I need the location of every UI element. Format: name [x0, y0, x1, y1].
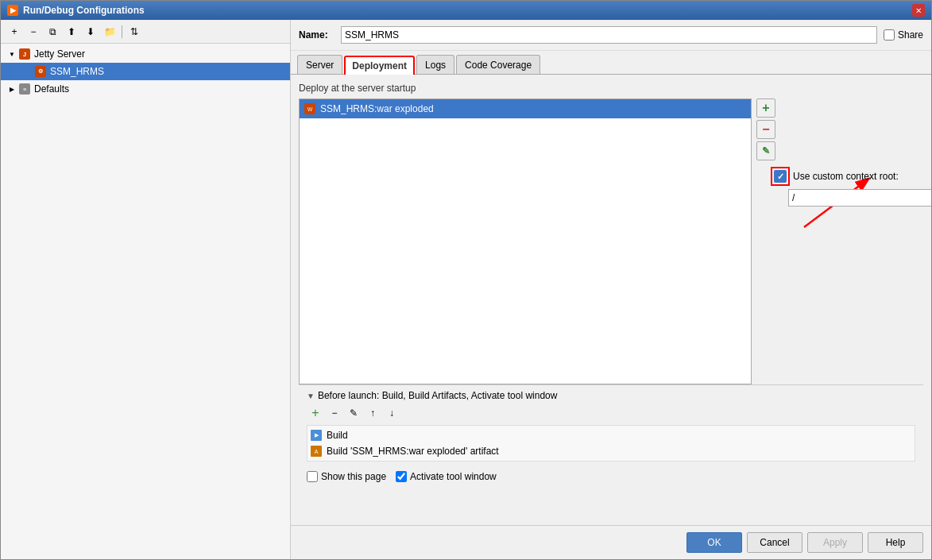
move-up-config-button[interactable]: ⬆ — [63, 23, 80, 41]
help-button[interactable]: Help — [868, 532, 923, 553]
window-title: Run/Debug Configurations — [23, 5, 907, 16]
activate-text: Activate tool window — [410, 471, 497, 482]
deployment-tab-content: Deploy at the server startup W SSM_HRMS:… — [291, 75, 931, 525]
window-icon: ▶ — [7, 5, 18, 16]
defaults-icon: ≡ — [18, 83, 31, 95]
activate-tool-window-checkbox[interactable] — [396, 471, 407, 482]
left-panel: + − ⧉ ⬆ ⬇ 📁 ⇅ ▼ J Jetty Server — [1, 20, 291, 559]
main-content: + − ⧉ ⬆ ⬇ 📁 ⇅ ▼ J Jetty Server — [1, 20, 931, 559]
jetty-icon: J — [18, 48, 31, 60]
deploy-area: W SSM_HRMS:war exploded + − ✎ — [299, 98, 923, 384]
artifact-build-icon: A — [311, 446, 322, 457]
move-down-config-button[interactable]: ⬇ — [82, 23, 99, 41]
artifact-build-label: Build 'SSM_HRMS:war exploded' artifact — [327, 446, 499, 457]
name-input[interactable] — [341, 26, 877, 44]
deploy-label: Deploy at the server startup — [299, 83, 923, 94]
config-icon: ⚙ — [34, 65, 47, 78]
activate-tool-window-label: Activate tool window — [396, 471, 497, 482]
right-panel: Name: Share Server Deployment Logs — [291, 20, 931, 559]
tab-server[interactable]: Server — [297, 55, 342, 74]
before-launch-up-button[interactable]: ↑ — [364, 404, 381, 422]
before-launch-down-button[interactable]: ↓ — [383, 404, 400, 422]
move-to-folder-button[interactable]: 📁 — [101, 23, 118, 41]
add-artifact-button[interactable]: + — [756, 98, 775, 118]
remove-config-button[interactable]: − — [25, 23, 42, 41]
ok-button[interactable]: OK — [686, 532, 742, 553]
tab-deployment[interactable]: Deployment — [344, 56, 415, 75]
run-debug-configurations-dialog: ▶ Run/Debug Configurations ✕ + − ⧉ ⬆ ⬇ 📁… — [0, 0, 932, 560]
share-label: Share — [898, 29, 923, 41]
name-label: Name: — [299, 29, 335, 41]
config-tree: ▼ J Jetty Server ▶ ⚙ SSM_HRMS ▶ — [1, 44, 290, 559]
tab-code-coverage[interactable]: Code Coverage — [456, 55, 540, 74]
sort-config-button[interactable]: ⇅ — [126, 23, 143, 41]
tab-logs[interactable]: Logs — [416, 55, 454, 74]
tree-toggle-defaults[interactable]: ▶ — [7, 84, 17, 94]
artifact-icon: W — [304, 103, 315, 114]
show-page-text: Show this page — [321, 471, 386, 482]
name-row: Name: Share — [291, 20, 931, 51]
show-page-label: Show this page — [307, 471, 386, 482]
toolbar-separator — [122, 25, 122, 38]
title-bar: ▶ Run/Debug Configurations ✕ — [1, 1, 931, 20]
bottom-options: Show this page Activate tool window — [299, 466, 923, 487]
tree-toggle-jetty[interactable]: ▼ — [7, 49, 17, 59]
edit-artifact-button[interactable]: ✎ — [756, 141, 775, 160]
tabs-row: Server Deployment Logs Code Coverage — [291, 51, 931, 75]
ssm-hrms-label: SSM_HRMS — [50, 66, 104, 77]
add-config-button[interactable]: + — [6, 23, 23, 41]
use-custom-context-checkbox[interactable] — [774, 170, 787, 183]
checkbox-highlight-box — [771, 167, 790, 186]
before-launch-toolbar: + − ✎ ↑ ↓ — [307, 404, 915, 422]
context-root-input[interactable] — [788, 189, 931, 207]
remove-artifact-button[interactable]: − — [756, 120, 775, 139]
defaults-label: Defaults — [34, 83, 69, 95]
copy-config-button[interactable]: ⧉ — [44, 23, 61, 41]
before-launch-section: ▼ Before launch: Build, Build Artifacts,… — [299, 384, 923, 466]
artifact-label: SSM_HRMS:war exploded — [320, 103, 434, 114]
build-label: Build — [327, 430, 348, 441]
before-launch-item-build: ▶ Build — [311, 427, 911, 443]
tree-item-defaults[interactable]: ▶ ≡ Defaults — [1, 80, 290, 98]
jetty-server-label: Jetty Server — [34, 48, 85, 60]
tree-item-jetty-server[interactable]: ▼ J Jetty Server — [1, 45, 290, 63]
close-button[interactable]: ✕ — [912, 4, 925, 17]
tree-item-ssm-hrms[interactable]: ▶ ⚙ SSM_HRMS — [1, 63, 290, 80]
before-launch-remove-button[interactable]: − — [326, 404, 343, 422]
footer: OK Cancel Apply Help — [291, 525, 931, 559]
show-page-checkbox[interactable] — [307, 471, 318, 482]
deploy-right-col: + − ✎ — [756, 98, 923, 384]
left-toolbar: + − ⧉ ⬆ ⬇ 📁 ⇅ — [1, 20, 290, 44]
before-launch-add-button[interactable]: + — [307, 404, 324, 422]
share-area: Share — [884, 29, 923, 41]
before-launch-label: Before launch: Build, Build Artifacts, A… — [318, 390, 558, 401]
artifact-item-ssm-hrms[interactable]: W SSM_HRMS:war exploded — [300, 99, 751, 118]
before-launch-header: ▼ Before launch: Build, Build Artifacts,… — [307, 390, 915, 401]
before-launch-edit-button[interactable]: ✎ — [345, 404, 362, 422]
cancel-button[interactable]: Cancel — [747, 532, 802, 553]
use-custom-context-label: Use custom context root: — [793, 171, 899, 182]
before-launch-item-artifact: A Build 'SSM_HRMS:war exploded' artifact — [311, 443, 911, 459]
apply-button[interactable]: Apply — [807, 532, 863, 553]
before-launch-list: ▶ Build A Build 'SSM_HRMS:war exploded' … — [307, 425, 915, 462]
share-checkbox[interactable] — [884, 29, 895, 41]
artifact-list[interactable]: W SSM_HRMS:war exploded — [299, 98, 752, 384]
build-icon: ▶ — [311, 430, 322, 441]
